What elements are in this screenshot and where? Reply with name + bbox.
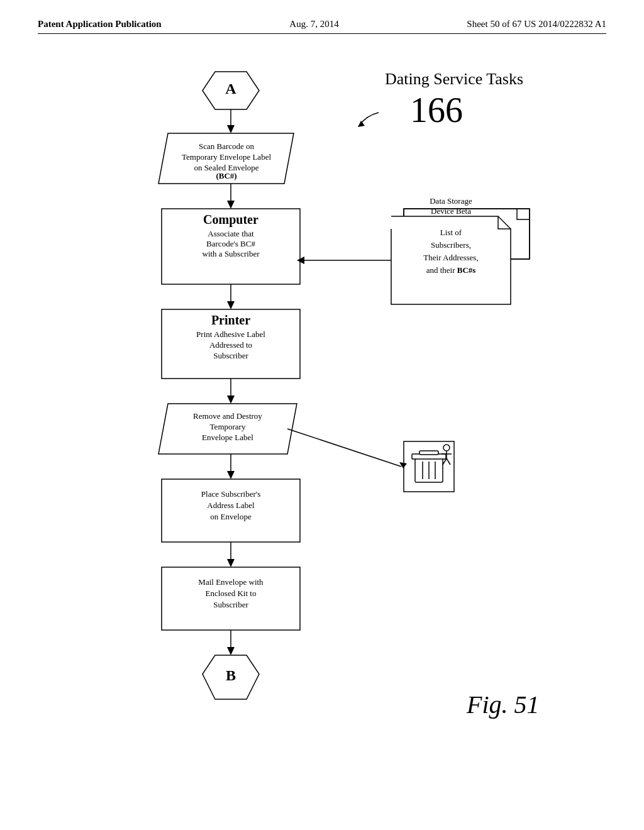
- svg-marker-0: [358, 121, 365, 127]
- page: Patent Application Publication Aug. 7, 2…: [0, 0, 644, 830]
- svg-marker-9: [227, 201, 235, 209]
- svg-marker-21: [227, 396, 235, 404]
- svg-text:and their BC#s: and their BC#s: [426, 265, 476, 275]
- diagram-title: Dating Service Tasks: [385, 70, 523, 88]
- svg-text:Temporary: Temporary: [210, 422, 246, 431]
- svg-marker-15: [227, 301, 235, 309]
- svg-text:Their Addresses,: Their Addresses,: [423, 253, 478, 262]
- svg-text:Printer: Printer: [211, 313, 250, 327]
- svg-text:Temporary Envelope Label: Temporary Envelope Label: [182, 152, 271, 162]
- svg-text:Enclosed Kit to: Enclosed Kit to: [206, 589, 257, 598]
- svg-marker-36: [227, 647, 235, 655]
- fig-label: Fig. 51: [466, 690, 540, 719]
- svg-text:Mail Envelope with: Mail Envelope with: [198, 577, 264, 587]
- header-publication: Patent Application Publication: [38, 19, 162, 30]
- svg-text:Computer: Computer: [203, 213, 258, 227]
- svg-line-58: [287, 429, 401, 467]
- svg-text:Scan Barcode on: Scan Barcode on: [199, 141, 255, 151]
- mail-envelope-node: [162, 567, 300, 630]
- svg-text:Subscriber: Subscriber: [213, 351, 248, 360]
- svg-rect-49: [419, 451, 438, 455]
- svg-marker-3: [227, 125, 235, 133]
- svg-text:Device Beta: Device Beta: [431, 206, 471, 216]
- header-date: Aug. 7, 2014: [289, 19, 338, 30]
- svg-text:Print Adhesive Label: Print Adhesive Label: [196, 329, 265, 339]
- svg-text:Associate that: Associate that: [208, 229, 254, 238]
- svg-text:with a Subscriber: with a Subscriber: [203, 249, 260, 258]
- svg-text:on Envelope: on Envelope: [210, 512, 252, 521]
- svg-text:Place Subscriber's: Place Subscriber's: [201, 489, 260, 499]
- data-storage-label: Data Storage: [430, 196, 472, 206]
- svg-text:Envelope Label: Envelope Label: [202, 433, 253, 442]
- svg-text:Barcode's BC#: Barcode's BC#: [206, 239, 255, 248]
- svg-text:Address Label: Address Label: [207, 501, 255, 510]
- page-header: Patent Application Publication Aug. 7, 2…: [38, 19, 606, 34]
- svg-text:Remove and Destroy: Remove and Destroy: [193, 411, 262, 421]
- place-label-node: [162, 479, 300, 542]
- svg-marker-31: [227, 559, 235, 567]
- svg-text:(BC#): (BC#): [216, 171, 236, 180]
- diagram-title-number: 166: [410, 91, 463, 130]
- svg-text:Subscriber: Subscriber: [213, 600, 248, 609]
- svg-point-53: [443, 445, 450, 451]
- svg-text:Subscribers,: Subscribers,: [431, 240, 471, 250]
- header-sheet-patent: Sheet 50 of 67 US 2014/0222832 A1: [467, 19, 606, 30]
- svg-text:List of: List of: [440, 228, 462, 237]
- svg-text:B: B: [226, 667, 236, 683]
- svg-marker-26: [227, 471, 235, 479]
- diagram: Dating Service Tasks 166 A Scan Barcode …: [52, 53, 592, 807]
- svg-text:A: A: [225, 80, 236, 97]
- svg-text:Addressed to: Addressed to: [209, 340, 252, 350]
